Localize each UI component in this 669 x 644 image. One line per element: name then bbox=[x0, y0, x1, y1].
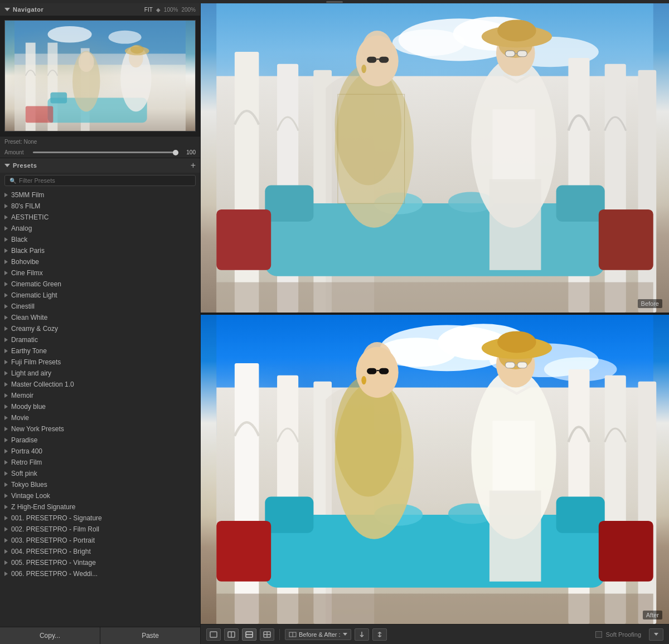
preset-item-creamy-cozy[interactable]: Creamy & Cozy bbox=[0, 323, 200, 334]
preset-item-z-high-end[interactable]: Z High-End Signature bbox=[0, 501, 200, 513]
preset-item-aesthetic[interactable]: AESTHETIC bbox=[0, 212, 200, 223]
preset-arrow-icon bbox=[4, 215, 8, 219]
svg-rect-66 bbox=[605, 375, 626, 624]
slider-fill bbox=[33, 152, 178, 153]
preset-arrow-icon bbox=[4, 282, 8, 286]
preset-item-label: Portra 400 bbox=[11, 447, 42, 455]
svg-point-58 bbox=[377, 338, 456, 367]
preset-item-black[interactable]: Black bbox=[0, 234, 200, 245]
navigator-image[interactable] bbox=[4, 20, 196, 131]
preset-item-light-airy[interactable]: Light and airy bbox=[0, 368, 200, 379]
soft-proofing-checkbox[interactable] bbox=[595, 631, 602, 638]
view-split-h-button[interactable] bbox=[242, 628, 256, 641]
preset-item-label: 004. PRESETPRO - Bright bbox=[11, 548, 91, 555]
preset-item-black-paris[interactable]: Black Paris bbox=[0, 245, 200, 256]
preset-search-input[interactable] bbox=[19, 177, 191, 184]
swap-both-button[interactable] bbox=[372, 628, 387, 641]
view-single-button[interactable] bbox=[206, 628, 221, 641]
preset-label-row: Preset: None bbox=[0, 136, 200, 147]
svg-point-57 bbox=[438, 324, 529, 360]
preset-item-label: Master Collection 1.0 bbox=[11, 380, 74, 388]
preset-item-new-york[interactable]: New York Presets bbox=[0, 423, 200, 435]
preset-item-label: 006. PRESETPRO - Weddi... bbox=[11, 570, 98, 578]
preset-item-dramatic[interactable]: Dramatic bbox=[0, 334, 200, 345]
preset-item-earthy-tone[interactable]: Earthy Tone bbox=[0, 345, 200, 357]
before-after-dropdown[interactable]: Before & After : bbox=[285, 629, 351, 640]
bottom-toolbar: Before & After : Soft Proofing bbox=[201, 624, 669, 644]
svg-rect-51 bbox=[505, 51, 515, 57]
preset-item-fuji-film[interactable]: Fuji Film Presets bbox=[0, 357, 200, 368]
preset-item-tokyo-blues[interactable]: Tokyo Blues bbox=[0, 479, 200, 490]
swap-down-button[interactable] bbox=[355, 628, 369, 641]
preset-item-paradise[interactable]: Paradise bbox=[0, 435, 200, 446]
nav-100-button[interactable]: 100% bbox=[164, 7, 178, 13]
svg-point-15 bbox=[130, 45, 144, 54]
slider-thumb[interactable] bbox=[173, 150, 178, 155]
preset-item-analog[interactable]: Analog bbox=[0, 223, 200, 234]
svg-rect-16 bbox=[216, 3, 653, 125]
svg-rect-45 bbox=[492, 109, 535, 182]
preset-arrow-icon bbox=[4, 404, 8, 409]
preset-item-label: Dramatic bbox=[11, 336, 38, 344]
preset-arrow-icon bbox=[4, 505, 8, 509]
preset-item-memoir[interactable]: Memoir bbox=[0, 390, 200, 401]
paste-button[interactable]: Paste bbox=[100, 627, 200, 644]
svg-rect-71 bbox=[216, 521, 271, 582]
preset-item-presetpro-003[interactable]: 003. PRESETPRO - Portrait bbox=[0, 535, 200, 546]
preset-item-vintage-look[interactable]: Vintage Look bbox=[0, 490, 200, 501]
preset-item-cinestill[interactable]: Cinestill bbox=[0, 301, 200, 312]
svg-rect-31 bbox=[216, 209, 271, 270]
preset-item-label: AESTHETIC bbox=[11, 213, 49, 221]
view-quad-button[interactable] bbox=[260, 628, 274, 641]
preset-item-cinematic-green[interactable]: Cinematic Green bbox=[0, 279, 200, 290]
preset-item-label: 001. PRESETPRO - Signature bbox=[11, 514, 102, 522]
preset-arrow-icon bbox=[4, 226, 8, 231]
left-panel: Navigator FIT ◆ 100% 200% bbox=[0, 3, 201, 644]
preset-item-portra-400[interactable]: Portra 400 bbox=[0, 446, 200, 457]
preset-arrow-icon bbox=[4, 260, 8, 264]
preset-item-presetpro-001[interactable]: 001. PRESETPRO - Signature bbox=[0, 513, 200, 524]
navigator-header-left: Navigator bbox=[4, 6, 43, 13]
nav-fit-button[interactable]: FIT bbox=[144, 7, 153, 13]
preset-item-35mm-film[interactable]: 35MM Film bbox=[0, 189, 200, 201]
toolbar-end-dropdown[interactable] bbox=[649, 628, 663, 641]
navigator-header[interactable]: Navigator FIT ◆ 100% 200% bbox=[0, 3, 200, 16]
preset-item-clean-white[interactable]: Clean White bbox=[0, 312, 200, 323]
svg-rect-28 bbox=[265, 203, 604, 276]
preset-item-presetpro-006[interactable]: 006. PRESETPRO - Weddi... bbox=[0, 568, 200, 579]
navigator-section: Navigator FIT ◆ 100% 200% bbox=[0, 3, 200, 136]
presets-header-left: Presets bbox=[4, 162, 37, 169]
add-preset-button[interactable]: + bbox=[191, 161, 196, 170]
presets-collapse-icon bbox=[4, 164, 10, 167]
after-label: After bbox=[643, 611, 662, 619]
svg-point-60 bbox=[544, 357, 617, 382]
preset-item-cinematic-light[interactable]: Cinematic Light bbox=[0, 290, 200, 301]
svg-rect-9 bbox=[26, 106, 54, 123]
preset-item-retro-film[interactable]: Retro Film bbox=[0, 457, 200, 468]
preset-item-presetpro-004[interactable]: 004. PRESETPRO - Bright bbox=[0, 546, 200, 557]
amount-slider[interactable] bbox=[33, 152, 178, 153]
preset-arrow-icon bbox=[4, 460, 8, 465]
preset-item-soft-pink[interactable]: Soft pink bbox=[0, 468, 200, 479]
view-split-v-button[interactable] bbox=[224, 628, 239, 641]
preset-item-bohovibe[interactable]: Bohovibe bbox=[0, 256, 200, 267]
preset-item-presetpro-005[interactable]: 005. PRESETPRO - Vintage bbox=[0, 557, 200, 568]
preset-item-cine-filmx[interactable]: Cine Filmx bbox=[0, 267, 200, 279]
svg-rect-90 bbox=[505, 362, 515, 368]
preset-item-master-collection[interactable]: Master Collection 1.0 bbox=[0, 379, 200, 390]
preset-item-movie[interactable]: Movie bbox=[0, 412, 200, 423]
svg-rect-68 bbox=[265, 515, 604, 588]
svg-point-76 bbox=[334, 375, 401, 497]
preset-item-moody-blue[interactable]: Moody blue bbox=[0, 401, 200, 412]
before-after-arrow-icon bbox=[343, 633, 347, 636]
copy-button[interactable]: Copy... bbox=[0, 627, 100, 644]
svg-point-83 bbox=[471, 369, 556, 539]
preset-arrow-icon bbox=[4, 360, 8, 364]
drag-handle bbox=[326, 1, 343, 3]
nav-200-button[interactable]: 200% bbox=[181, 7, 196, 13]
preset-arrow-icon bbox=[4, 193, 8, 197]
preset-item-80s-film[interactable]: 80's FILM bbox=[0, 201, 200, 212]
svg-rect-67 bbox=[638, 382, 657, 624]
preset-item-presetpro-002[interactable]: 002. PRESETPRO - Film Roll bbox=[0, 524, 200, 535]
svg-point-77 bbox=[356, 347, 399, 398]
